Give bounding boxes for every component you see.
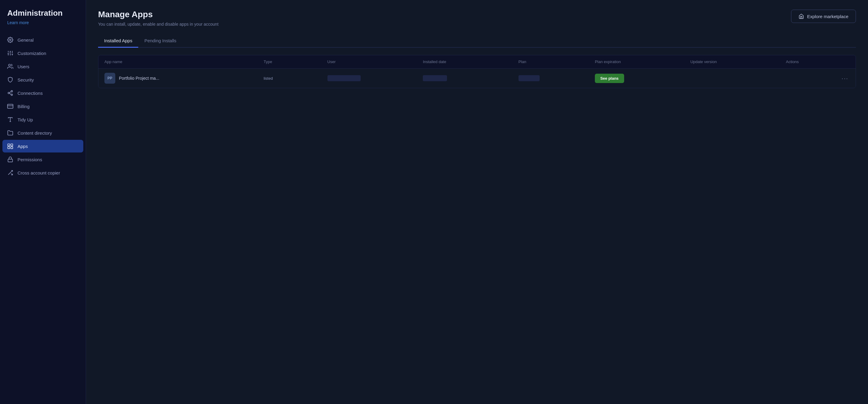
col-installed-date: Installed date (423, 59, 519, 64)
gear-icon (7, 37, 13, 43)
learn-more-link[interactable]: Learn more (0, 20, 86, 33)
sidebar-item-general[interactable]: General (2, 33, 83, 46)
tabs-container: Installed Apps Pending Installs (98, 35, 856, 48)
plan-skeleton (519, 75, 539, 81)
sidebar-item-label: Customization (18, 51, 46, 56)
col-update-version: Update version (690, 59, 786, 64)
shield-icon (7, 77, 13, 83)
users-icon (7, 63, 13, 69)
tab-pending-installs[interactable]: Pending Installs (138, 35, 182, 48)
col-actions: Actions (786, 59, 849, 64)
sidebar-item-label: Cross account copier (18, 170, 60, 175)
sidebar-item-label: Users (18, 64, 29, 69)
svg-line-15 (9, 91, 11, 92)
billing-icon (7, 103, 13, 109)
col-type: Type (264, 59, 328, 64)
tidy-up-icon (7, 117, 13, 123)
app-actions-button[interactable]: ··· (786, 75, 849, 82)
apps-icon (7, 143, 13, 149)
svg-rect-22 (8, 147, 10, 149)
sidebar-item-label: Connections (18, 91, 42, 96)
svg-point-13 (11, 94, 13, 95)
svg-point-10 (8, 64, 10, 66)
col-app-name: App name (104, 59, 264, 64)
page-header: Manage Apps You can install, update, ena… (98, 10, 856, 27)
explore-marketplace-button[interactable]: Explore marketplace (791, 10, 856, 23)
page-title: Manage Apps (98, 10, 218, 19)
svg-line-14 (9, 93, 11, 94)
sidebar-nav: General Customization Users (0, 33, 86, 179)
sidebar-item-users[interactable]: Users (2, 60, 83, 73)
svg-rect-20 (8, 144, 10, 146)
tab-installed-apps[interactable]: Installed Apps (98, 35, 138, 48)
svg-rect-23 (11, 147, 13, 149)
see-plans-button[interactable]: See plans (595, 74, 624, 83)
app-plan (519, 75, 595, 81)
sliders-icon (7, 50, 13, 56)
sidebar-item-label: Security (18, 77, 34, 82)
apps-table: App name Type User Installed date Plan P… (98, 55, 856, 88)
explore-marketplace-label: Explore marketplace (807, 14, 848, 19)
app-name-text: Portfolio Project ma... (119, 76, 159, 81)
app-plan-expiration: See plans (595, 74, 690, 83)
svg-rect-16 (7, 104, 13, 108)
page-subtitle: You can install, update, enable and disa… (98, 22, 218, 27)
svg-point-12 (8, 92, 10, 94)
sidebar-item-label: Permissions (18, 157, 42, 162)
app-type: listed (264, 76, 328, 81)
store-icon (799, 13, 804, 19)
sidebar-item-tidy-up[interactable]: Tidy Up (2, 113, 83, 126)
sidebar-item-content-directory[interactable]: Content directory (2, 126, 83, 139)
user-skeleton (328, 75, 361, 81)
app-installed-date (423, 75, 519, 81)
svg-rect-24 (8, 159, 13, 162)
app-user (328, 75, 423, 81)
sidebar-item-billing[interactable]: Billing (2, 100, 83, 113)
table-header: App name Type User Installed date Plan P… (98, 55, 856, 68)
cross-account-icon (7, 170, 13, 176)
date-skeleton (423, 75, 447, 81)
lock-icon (7, 156, 13, 163)
actions-ellipsis: ··· (841, 75, 848, 82)
sidebar-item-permissions[interactable]: Permissions (2, 153, 83, 166)
col-plan: Plan (519, 59, 595, 64)
table-row: PP Portfolio Project ma... listed See pl… (98, 68, 856, 88)
sidebar-item-label: Content directory (18, 131, 52, 136)
connections-icon (7, 90, 13, 96)
svg-rect-21 (11, 144, 13, 146)
sidebar-item-cross-account-copier[interactable]: Cross account copier (2, 166, 83, 179)
sidebar-title: Administration (0, 8, 86, 20)
header-text: Manage Apps You can install, update, ena… (98, 10, 218, 27)
col-plan-expiration: Plan expiration (595, 59, 690, 64)
app-avatar: PP (104, 73, 115, 84)
content-directory-icon (7, 130, 13, 136)
sidebar-item-label: Apps (18, 144, 28, 149)
sidebar-item-label: Tidy Up (18, 117, 33, 122)
svg-point-0 (10, 39, 11, 41)
svg-point-11 (11, 91, 13, 92)
sidebar-item-label: Billing (18, 104, 30, 109)
sidebar-item-apps[interactable]: Apps (2, 140, 83, 152)
main-content: Manage Apps You can install, update, ena… (86, 0, 868, 404)
sidebar-item-label: General (18, 37, 33, 42)
sidebar-item-customization[interactable]: Customization (2, 47, 83, 59)
sidebar-item-connections[interactable]: Connections (2, 87, 83, 99)
sidebar: Administration Learn more General Custom… (0, 0, 86, 404)
app-name-cell: PP Portfolio Project ma... (104, 73, 264, 84)
sidebar-item-security[interactable]: Security (2, 74, 83, 86)
col-user: User (328, 59, 423, 64)
